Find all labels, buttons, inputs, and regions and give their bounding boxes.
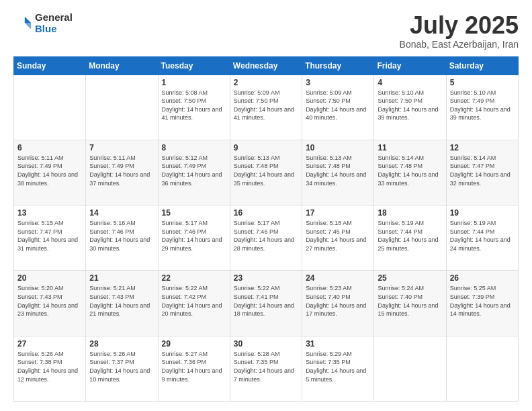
day-detail: Sunrise: 5:20 AM Sunset: 7:43 PM Dayligh… [17, 284, 82, 318]
day-detail: Sunrise: 5:27 AM Sunset: 7:36 PM Dayligh… [162, 350, 226, 383]
day-detail: Sunrise: 5:16 AM Sunset: 7:46 PM Dayligh… [89, 219, 154, 253]
table-row: 17Sunrise: 5:18 AM Sunset: 7:45 PM Dayli… [302, 205, 374, 271]
day-detail: Sunrise: 5:14 AM Sunset: 7:48 PM Dayligh… [378, 154, 442, 187]
logo-icon [13, 14, 32, 33]
table-row [446, 336, 518, 401]
table-row [86, 75, 158, 140]
table-row: 24Sunrise: 5:23 AM Sunset: 7:40 PM Dayli… [302, 271, 374, 336]
day-number: 30 [234, 339, 298, 349]
day-number: 6 [17, 143, 82, 152]
day-number: 22 [162, 273, 226, 283]
table-row: 18Sunrise: 5:19 AM Sunset: 7:44 PM Dayli… [374, 205, 446, 271]
table-row: 5Sunrise: 5:10 AM Sunset: 7:49 PM Daylig… [446, 75, 518, 140]
day-detail: Sunrise: 5:26 AM Sunset: 7:37 PM Dayligh… [89, 350, 154, 383]
svg-marker-1 [25, 23, 31, 29]
day-number: 28 [89, 339, 154, 349]
col-wednesday: Wednesday [230, 56, 302, 75]
day-detail: Sunrise: 5:21 AM Sunset: 7:43 PM Dayligh… [89, 284, 154, 318]
table-row: 22Sunrise: 5:22 AM Sunset: 7:42 PM Dayli… [158, 271, 230, 336]
col-saturday: Saturday [446, 56, 518, 75]
calendar-table: Sunday Monday Tuesday Wednesday Thursday… [13, 56, 519, 402]
day-detail: Sunrise: 5:17 AM Sunset: 7:46 PM Dayligh… [162, 219, 226, 253]
calendar-week-row: 1Sunrise: 5:08 AM Sunset: 7:50 PM Daylig… [14, 75, 519, 140]
day-detail: Sunrise: 5:26 AM Sunset: 7:38 PM Dayligh… [17, 350, 82, 383]
day-number: 29 [162, 339, 226, 349]
day-detail: Sunrise: 5:28 AM Sunset: 7:35 PM Dayligh… [234, 350, 298, 383]
day-detail: Sunrise: 5:18 AM Sunset: 7:45 PM Dayligh… [306, 219, 370, 253]
day-number: 11 [378, 143, 442, 152]
day-detail: Sunrise: 5:23 AM Sunset: 7:40 PM Dayligh… [306, 284, 370, 318]
day-number: 21 [89, 273, 154, 283]
table-row: 29Sunrise: 5:27 AM Sunset: 7:36 PM Dayli… [158, 336, 230, 401]
day-number: 23 [234, 273, 298, 283]
calendar-week-row: 13Sunrise: 5:15 AM Sunset: 7:47 PM Dayli… [14, 205, 519, 271]
table-row: 8Sunrise: 5:12 AM Sunset: 7:49 PM Daylig… [158, 140, 230, 205]
day-number: 9 [234, 143, 298, 152]
day-number: 18 [378, 208, 442, 218]
day-detail: Sunrise: 5:14 AM Sunset: 7:47 PM Dayligh… [450, 154, 515, 187]
calendar-week-row: 6Sunrise: 5:11 AM Sunset: 7:49 PM Daylig… [14, 140, 519, 205]
table-row: 27Sunrise: 5:26 AM Sunset: 7:38 PM Dayli… [14, 336, 86, 401]
table-row: 30Sunrise: 5:28 AM Sunset: 7:35 PM Dayli… [230, 336, 302, 401]
col-thursday: Thursday [302, 56, 374, 75]
table-row: 20Sunrise: 5:20 AM Sunset: 7:43 PM Dayli… [14, 271, 86, 336]
col-friday: Friday [374, 56, 446, 75]
day-number: 8 [162, 143, 226, 152]
day-detail: Sunrise: 5:10 AM Sunset: 7:49 PM Dayligh… [450, 89, 515, 122]
header: General Blue July 2025 Bonab, East Azerb… [13, 12, 519, 50]
title-block: July 2025 Bonab, East Azerbaijan, Iran [400, 12, 519, 50]
table-row: 3Sunrise: 5:09 AM Sunset: 7:50 PM Daylig… [302, 75, 374, 140]
table-row: 21Sunrise: 5:21 AM Sunset: 7:43 PM Dayli… [86, 271, 158, 336]
day-detail: Sunrise: 5:10 AM Sunset: 7:50 PM Dayligh… [378, 89, 442, 122]
table-row: 28Sunrise: 5:26 AM Sunset: 7:37 PM Dayli… [86, 336, 158, 401]
logo: General Blue [13, 12, 73, 34]
day-detail: Sunrise: 5:09 AM Sunset: 7:50 PM Dayligh… [306, 89, 370, 122]
col-sunday: Sunday [14, 56, 86, 75]
title-location: Bonab, East Azerbaijan, Iran [400, 39, 519, 50]
day-number: 2 [234, 78, 298, 87]
day-detail: Sunrise: 5:29 AM Sunset: 7:35 PM Dayligh… [306, 350, 370, 383]
day-number: 3 [306, 78, 370, 87]
logo-general-text: General [35, 12, 73, 24]
day-number: 14 [89, 208, 154, 218]
table-row: 23Sunrise: 5:22 AM Sunset: 7:41 PM Dayli… [230, 271, 302, 336]
table-row: 11Sunrise: 5:14 AM Sunset: 7:48 PM Dayli… [374, 140, 446, 205]
day-number: 5 [450, 78, 515, 87]
table-row: 9Sunrise: 5:13 AM Sunset: 7:48 PM Daylig… [230, 140, 302, 205]
calendar-week-row: 20Sunrise: 5:20 AM Sunset: 7:43 PM Dayli… [14, 271, 519, 336]
day-number: 27 [17, 339, 82, 349]
day-number: 4 [378, 78, 442, 87]
day-number: 19 [450, 208, 515, 218]
table-row: 10Sunrise: 5:13 AM Sunset: 7:48 PM Dayli… [302, 140, 374, 205]
table-row: 14Sunrise: 5:16 AM Sunset: 7:46 PM Dayli… [86, 205, 158, 271]
day-detail: Sunrise: 5:19 AM Sunset: 7:44 PM Dayligh… [450, 219, 515, 253]
table-row: 16Sunrise: 5:17 AM Sunset: 7:46 PM Dayli… [230, 205, 302, 271]
day-number: 13 [17, 208, 82, 218]
day-detail: Sunrise: 5:13 AM Sunset: 7:48 PM Dayligh… [234, 154, 298, 187]
table-row: 4Sunrise: 5:10 AM Sunset: 7:50 PM Daylig… [374, 75, 446, 140]
day-number: 26 [450, 273, 515, 283]
calendar-header-row: Sunday Monday Tuesday Wednesday Thursday… [14, 56, 519, 75]
svg-marker-0 [25, 16, 31, 22]
day-number: 20 [17, 273, 82, 283]
col-tuesday: Tuesday [158, 56, 230, 75]
table-row [14, 75, 86, 140]
table-row: 2Sunrise: 5:09 AM Sunset: 7:50 PM Daylig… [230, 75, 302, 140]
table-row: 6Sunrise: 5:11 AM Sunset: 7:49 PM Daylig… [14, 140, 86, 205]
table-row: 19Sunrise: 5:19 AM Sunset: 7:44 PM Dayli… [446, 205, 518, 271]
table-row: 31Sunrise: 5:29 AM Sunset: 7:35 PM Dayli… [302, 336, 374, 401]
table-row: 12Sunrise: 5:14 AM Sunset: 7:47 PM Dayli… [446, 140, 518, 205]
col-monday: Monday [86, 56, 158, 75]
day-number: 1 [162, 78, 226, 87]
day-detail: Sunrise: 5:17 AM Sunset: 7:46 PM Dayligh… [234, 219, 298, 253]
logo-blue-text: Blue [35, 24, 73, 35]
day-number: 15 [162, 208, 226, 218]
day-number: 10 [306, 143, 370, 152]
day-number: 16 [234, 208, 298, 218]
day-detail: Sunrise: 5:11 AM Sunset: 7:49 PM Dayligh… [89, 154, 154, 187]
day-detail: Sunrise: 5:19 AM Sunset: 7:44 PM Dayligh… [378, 219, 442, 253]
day-number: 7 [89, 143, 154, 152]
day-number: 31 [306, 339, 370, 349]
table-row: 7Sunrise: 5:11 AM Sunset: 7:49 PM Daylig… [86, 140, 158, 205]
day-detail: Sunrise: 5:11 AM Sunset: 7:49 PM Dayligh… [17, 154, 82, 187]
